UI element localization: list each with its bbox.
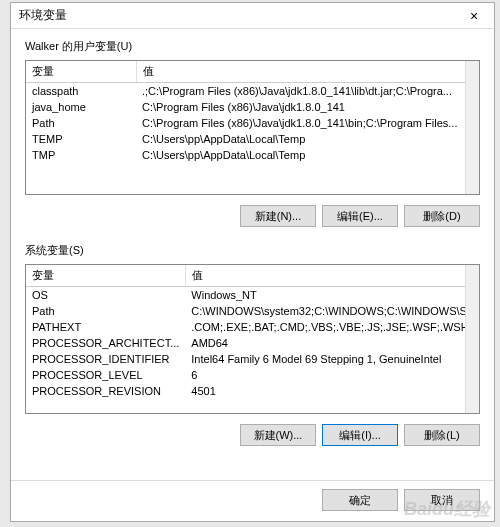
table-row[interactable]: TMPC:\Users\pp\AppData\Local\Temp bbox=[26, 147, 479, 163]
dialog-footer: 确定 取消 bbox=[11, 480, 494, 521]
system-vars-label: 系统变量(S) bbox=[25, 243, 480, 258]
dialog-content: Walker 的用户变量(U) 变量 值 classpath.;C:\Progr… bbox=[11, 29, 494, 480]
titlebar: 环境变量 × bbox=[11, 3, 494, 29]
scrollbar-vertical[interactable] bbox=[465, 61, 479, 194]
new-system-var-button[interactable]: 新建(W)... bbox=[240, 424, 316, 446]
env-vars-dialog: 环境变量 × Walker 的用户变量(U) 变量 值 classpath.;C… bbox=[10, 2, 495, 522]
new-user-var-button[interactable]: 新建(N)... bbox=[240, 205, 316, 227]
user-vars-table-wrap: 变量 值 classpath.;C:\Program Files (x86)\J… bbox=[25, 60, 480, 195]
table-row[interactable]: classpath.;C:\Program Files (x86)\Java\j… bbox=[26, 83, 479, 100]
system-vars-buttons: 新建(W)... 编辑(I)... 删除(L) bbox=[25, 424, 480, 446]
table-row[interactable]: java_homeC:\Program Files (x86)\Java\jdk… bbox=[26, 99, 479, 115]
col-header-name[interactable]: 变量 bbox=[26, 265, 185, 287]
table-row[interactable]: TEMPC:\Users\pp\AppData\Local\Temp bbox=[26, 131, 479, 147]
system-vars-section: 系统变量(S) 变量 值 OSWindows_NT PathC:\WINDOWS… bbox=[25, 243, 480, 452]
user-vars-buttons: 新建(N)... 编辑(E)... 删除(D) bbox=[25, 205, 480, 227]
scrollbar-vertical[interactable] bbox=[465, 265, 479, 413]
close-button[interactable]: × bbox=[454, 3, 494, 29]
system-vars-table-wrap: 变量 值 OSWindows_NT PathC:\WINDOWS\system3… bbox=[25, 264, 480, 414]
table-row[interactable]: OSWindows_NT bbox=[26, 287, 480, 304]
edit-user-var-button[interactable]: 编辑(E)... bbox=[322, 205, 398, 227]
table-row[interactable]: PROCESSOR_IDENTIFIERIntel64 Family 6 Mod… bbox=[26, 351, 480, 367]
cancel-button[interactable]: 取消 bbox=[404, 489, 480, 511]
user-vars-table[interactable]: 变量 值 classpath.;C:\Program Files (x86)\J… bbox=[26, 61, 479, 163]
table-row[interactable]: PROCESSOR_ARCHITECT...AMD64 bbox=[26, 335, 480, 351]
col-header-value[interactable]: 值 bbox=[136, 61, 479, 83]
ok-button[interactable]: 确定 bbox=[322, 489, 398, 511]
table-row[interactable]: PROCESSOR_REVISION4501 bbox=[26, 383, 480, 399]
col-header-name[interactable]: 变量 bbox=[26, 61, 136, 83]
table-row[interactable]: PATHEXT.COM;.EXE;.BAT;.CMD;.VBS;.VBE;.JS… bbox=[26, 319, 480, 335]
col-header-value[interactable]: 值 bbox=[185, 265, 480, 287]
close-icon: × bbox=[470, 8, 478, 24]
edit-system-var-button[interactable]: 编辑(I)... bbox=[322, 424, 398, 446]
delete-system-var-button[interactable]: 删除(L) bbox=[404, 424, 480, 446]
system-vars-table[interactable]: 变量 值 OSWindows_NT PathC:\WINDOWS\system3… bbox=[26, 265, 480, 399]
user-vars-label: Walker 的用户变量(U) bbox=[25, 39, 480, 54]
table-row[interactable]: PathC:\Program Files (x86)\Java\jdk1.8.0… bbox=[26, 115, 479, 131]
table-row[interactable]: PROCESSOR_LEVEL6 bbox=[26, 367, 480, 383]
table-row[interactable]: PathC:\WINDOWS\system32;C:\WINDOWS;C:\WI… bbox=[26, 303, 480, 319]
user-vars-section: Walker 的用户变量(U) 变量 值 classpath.;C:\Progr… bbox=[25, 39, 480, 243]
delete-user-var-button[interactable]: 删除(D) bbox=[404, 205, 480, 227]
dialog-title: 环境变量 bbox=[19, 7, 67, 24]
